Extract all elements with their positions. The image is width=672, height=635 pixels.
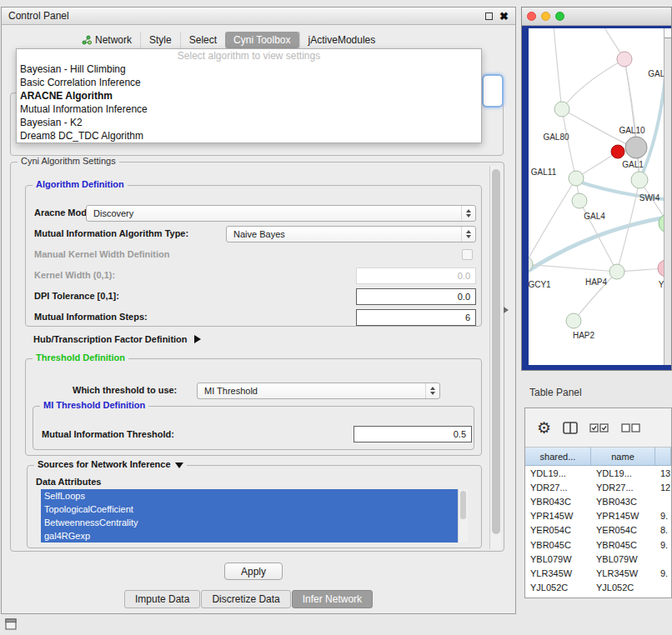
attributes-scrollbar[interactable] <box>458 489 468 542</box>
network-node-label: HAP4 <box>585 278 608 287</box>
algorithm-popup-placeholder[interactable]: Select algorithm to view settings <box>17 49 481 62</box>
column-header-extra[interactable] <box>655 448 671 465</box>
table-cell: YPR145W <box>525 511 591 521</box>
tab-label: Select <box>189 34 217 46</box>
collapse-arrow-icon[interactable] <box>175 462 183 468</box>
table-row[interactable]: YBR043CYBR043C <box>525 494 671 508</box>
settings-scrollbar-thumb[interactable] <box>492 169 500 534</box>
network-scroll-button[interactable] <box>664 28 671 38</box>
tab-label: Network <box>95 34 132 46</box>
settings-scrollbar[interactable] <box>489 166 501 549</box>
table-cell: 9. <box>655 540 671 550</box>
cyni-algorithm-settings-group: Cyni Algorithm Settings Algorithm Defini… <box>10 162 504 552</box>
table-row[interactable]: YLR345WYLR345W9. <box>525 566 671 580</box>
deselect-all-checkboxes-icon[interactable] <box>621 423 641 432</box>
dpi-tolerance-field[interactable]: 0.0 <box>356 288 476 305</box>
hub-section-header[interactable]: Hub/Transcription Factor Definition <box>33 334 201 344</box>
tab-select[interactable]: Select <box>180 32 225 48</box>
which-threshold-combo[interactable]: MI Threshold <box>197 382 440 399</box>
network-scrollbar[interactable] <box>664 28 671 365</box>
close-window-icon[interactable] <box>527 12 536 21</box>
network-node[interactable] <box>572 193 587 208</box>
which-threshold-label: Which threshold to use: <box>73 385 177 395</box>
kernel-width-field[interactable]: 0.0 <box>356 268 476 284</box>
table-row[interactable]: YDL19...YDL19...13 <box>525 466 671 480</box>
table-cell: YER054C <box>525 525 591 535</box>
table-cell: YBL079W <box>591 554 655 564</box>
mi-type-label: Mutual Information Algorithm Type: <box>34 228 188 238</box>
network-node[interactable] <box>569 171 584 186</box>
mi-threshold-field[interactable]: 0.5 <box>354 426 472 442</box>
float-window-icon[interactable] <box>485 12 493 20</box>
tab-cyni-toolbox[interactable]: Cyni Toolbox <box>225 32 298 48</box>
select-all-checkboxes-icon[interactable] <box>589 423 609 432</box>
network-node[interactable] <box>609 264 624 279</box>
algorithm-combo-fragment[interactable] <box>482 74 504 108</box>
kernel-width-label: Kernel Width (0,1): <box>34 270 115 280</box>
mi-steps-field[interactable]: 6 <box>356 309 476 326</box>
tab-style[interactable]: Style <box>140 32 180 48</box>
control-panel-title: Control Panel <box>8 10 69 22</box>
mi-type-combo[interactable]: Naive Bayes <box>226 226 476 242</box>
algorithm-option-basic-correlation-inference[interactable]: Basic Correlation Inference <box>17 76 481 89</box>
close-panel-icon[interactable]: ✖ <box>499 11 509 22</box>
network-node[interactable] <box>554 102 569 117</box>
mi-steps-label: Mutual Information Steps: <box>34 312 148 322</box>
splitter-arrow-icon[interactable] <box>504 307 509 313</box>
manual-kernel-checkbox[interactable] <box>462 249 473 260</box>
restore-panel-icon[interactable] <box>5 618 17 630</box>
columns-icon[interactable] <box>563 422 578 434</box>
algorithm-option-bayesian-hill-climbing[interactable]: Bayesian - Hill Climbing <box>17 62 481 76</box>
main-tabs: NetworkStyleSelectCyni ToolboxjActiveMod… <box>73 32 384 48</box>
algorithm-option-bayesian-k2[interactable]: Bayesian - K2 <box>17 116 481 129</box>
network-node[interactable] <box>566 313 581 328</box>
network-node[interactable] <box>611 145 624 158</box>
table-row[interactable]: YDR27...YDR27...12 <box>525 480 671 494</box>
gear-icon[interactable]: ⚙ <box>537 420 551 436</box>
algorithm-popup-items: Bayesian - Hill ClimbingBasic Correlatio… <box>17 62 481 142</box>
tab-network[interactable]: Network <box>73 32 140 48</box>
table-cell: YLR345W <box>591 568 655 578</box>
tab-jactivemodules[interactable]: jActiveModules <box>299 32 384 48</box>
bottom-tab-discretize-data[interactable]: Discretize Data <box>201 590 290 608</box>
algorithm-dropdown-popup: Select algorithm to view settings Bayesi… <box>16 48 482 143</box>
threshold-definition-title: Threshold Definition <box>33 352 128 362</box>
aracne-mode-combo[interactable]: Discovery <box>86 205 476 222</box>
network-node[interactable] <box>625 137 647 158</box>
attributes-scrollbar-thumb[interactable] <box>460 491 466 519</box>
column-header-shared[interactable]: shared... <box>525 448 591 465</box>
column-header-name[interactable]: name <box>591 448 655 465</box>
table-row[interactable]: YPR145WYPR145W9. <box>525 509 671 523</box>
table-row[interactable]: YBR045CYBR045C9. <box>525 538 671 552</box>
mi-threshold-label: Mutual Information Threshold: <box>42 429 174 439</box>
algorithm-option-dream8-dc-tdc-algorithm[interactable]: Dream8 DC_TDC Algorithm <box>17 129 481 142</box>
bottom-tab-infer-network[interactable]: Infer Network <box>292 590 373 608</box>
combo-spinner-icon <box>461 206 475 221</box>
attribute-item-topologicalcoefficient[interactable]: TopologicalCoefficient <box>41 502 458 516</box>
network-node[interactable] <box>631 172 648 188</box>
table-row[interactable]: YER054CYER054C8. <box>525 523 671 538</box>
attribute-item-gal4rgexp[interactable]: gal4RGexp <box>41 529 458 542</box>
algorithm-option-aracne-algorithm[interactable]: ARACNE Algorithm <box>17 89 481 102</box>
apply-button[interactable]: Apply <box>224 562 283 580</box>
control-panel-window: Control Panel ✖ NetworkStyleSelectCyni T… <box>1 7 516 614</box>
expand-arrow-icon[interactable] <box>194 335 201 343</box>
network-canvas[interactable]: GAL7GAL80GAL10GAL11GAL1SWI4GAL4GCY1HAP4Y… <box>529 28 665 365</box>
zoom-window-icon[interactable] <box>555 12 564 21</box>
network-edge <box>562 109 576 178</box>
minimize-window-icon[interactable] <box>541 12 550 21</box>
mi-steps-value: 6 <box>465 312 470 322</box>
table-row[interactable]: YBL079WYBL079W <box>525 552 671 566</box>
sources-group-title[interactable]: Sources for Network Inference <box>34 459 187 469</box>
network-node-label: GCY1 <box>529 280 551 289</box>
table-header-row: shared...name <box>525 448 671 466</box>
network-edge <box>562 109 627 144</box>
table-row[interactable]: YJL052CYJL052C <box>525 581 671 595</box>
which-threshold-value: MI Threshold <box>204 386 258 396</box>
network-node[interactable] <box>617 52 632 67</box>
attribute-item-betweennesscentrality[interactable]: BetweennessCentrality <box>41 516 458 529</box>
bottom-tab-impute-data[interactable]: Impute Data <box>124 590 200 608</box>
table-cell: YER054C <box>591 525 655 535</box>
algorithm-option-mutual-information-inference[interactable]: Mutual Information Inference <box>17 102 481 116</box>
attribute-item-selfloops[interactable]: SelfLoops <box>41 489 458 502</box>
